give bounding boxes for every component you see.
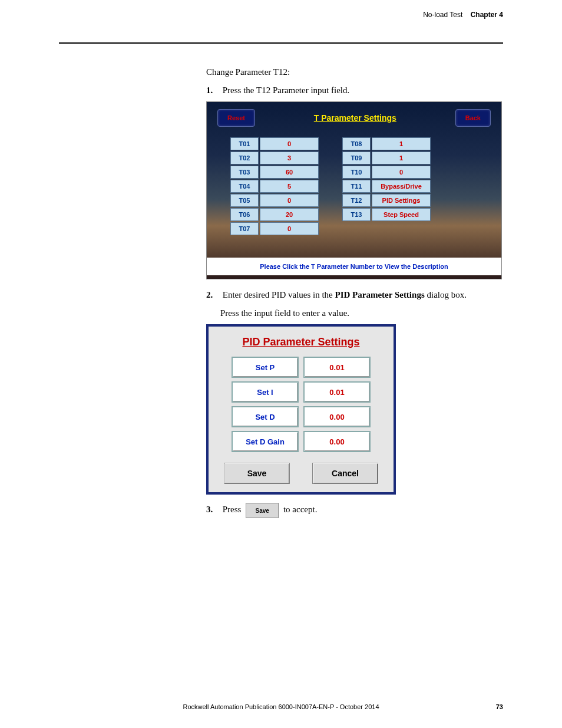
t-row-t01: T01 0 (230, 137, 319, 150)
t-row-t04: T04 5 (230, 180, 319, 193)
pid-cancel-button[interactable]: Cancel (312, 463, 378, 484)
t-row-t11: T11 Bypass/Drive (342, 180, 431, 193)
inline-save-button[interactable]: Save (246, 503, 279, 518)
t11-label[interactable]: T11 (342, 180, 371, 193)
t04-label[interactable]: T04 (230, 180, 259, 193)
pid-row-p: Set P 0.01 (220, 357, 382, 378)
set-dgain-input[interactable]: 0.00 (303, 431, 371, 452)
t-panel-title: T Parameter Settings (314, 113, 396, 123)
t11-input[interactable]: Bypass/Drive (372, 180, 431, 193)
t03-label[interactable]: T03 (230, 166, 259, 179)
t-row-t02: T02 3 (230, 151, 319, 164)
set-i-button[interactable]: Set I (232, 381, 299, 403)
step-2-subtext: Press the input field to enter a value. (220, 308, 503, 318)
t-row-t05: T05 0 (230, 194, 319, 207)
step-3-number: 3. (206, 505, 220, 515)
pid-row-dgain: Set D Gain 0.00 (220, 431, 382, 452)
set-dgain-button[interactable]: Set D Gain (232, 431, 299, 452)
set-d-input[interactable]: 0.00 (303, 406, 371, 427)
pid-row-i: Set I 0.01 (220, 381, 382, 403)
set-p-button[interactable]: Set P (232, 357, 299, 378)
back-button[interactable]: Back (455, 109, 491, 127)
step-2-number: 2. (206, 290, 220, 300)
t-row-t13: T13 Step Speed (342, 208, 431, 221)
t13-input[interactable]: Step Speed (372, 208, 431, 221)
t-row-t06: T06 20 (230, 208, 319, 221)
pid-dialog-title: PID Parameter Settings (220, 336, 382, 348)
step-3-text: Press Save to accept. (223, 505, 318, 514)
t06-label[interactable]: T06 (230, 208, 259, 221)
t04-input[interactable]: 5 (260, 180, 319, 193)
t-row-t08: T08 1 (342, 137, 431, 150)
header-section: No-load Test (423, 11, 462, 19)
t-row-t07: T07 0 (230, 222, 319, 235)
footer-publication: Rockwell Automation Publication 6000-IN0… (59, 703, 503, 710)
t06-input[interactable]: 20 (260, 208, 319, 221)
t-row-t09: T09 1 (342, 151, 431, 164)
t05-input[interactable]: 0 (260, 194, 319, 207)
pid-save-button[interactable]: Save (224, 463, 290, 484)
t08-input[interactable]: 1 (372, 137, 431, 150)
t-panel-hint: Please Click the T Parameter Number to V… (207, 258, 501, 275)
step-3: 3. Press Save to accept. (206, 503, 503, 518)
pid-row-d: Set D 0.00 (220, 406, 382, 427)
t07-input[interactable]: 0 (260, 222, 319, 235)
t02-label[interactable]: T02 (230, 151, 259, 164)
set-i-input[interactable]: 0.01 (303, 381, 371, 403)
t02-input[interactable]: 3 (260, 151, 319, 164)
t-row-t10: T10 0 (342, 166, 431, 179)
t09-label[interactable]: T09 (342, 151, 371, 164)
t10-input[interactable]: 0 (372, 166, 431, 179)
t05-label[interactable]: T05 (230, 194, 259, 207)
t-parameter-panel: Reset T Parameter Settings Back T01 0 T0… (206, 101, 502, 279)
t09-input[interactable]: 1 (372, 151, 431, 164)
step-2: 2. Enter desired PID values in the PID P… (206, 290, 503, 495)
t03-input[interactable]: 60 (260, 166, 319, 179)
step-1: 1. Press the T12 Parameter input field. … (206, 85, 503, 279)
reset-button[interactable]: Reset (217, 109, 255, 127)
step-1-text: Press the T12 Parameter input field. (223, 85, 350, 95)
t01-input[interactable]: 0 (260, 137, 319, 150)
t-row-t03: T03 60 (230, 166, 319, 179)
t12-label[interactable]: T12 (342, 194, 371, 207)
t08-label[interactable]: T08 (342, 137, 371, 150)
t07-label[interactable]: T07 (230, 222, 259, 235)
running-header: No-load Test Chapter 4 (59, 11, 503, 19)
header-chapter: Chapter 4 (471, 11, 503, 19)
t13-label[interactable]: T13 (342, 208, 371, 221)
header-rule (59, 42, 503, 44)
set-d-button[interactable]: Set D (232, 406, 299, 427)
page-footer: Rockwell Automation Publication 6000-IN0… (59, 703, 503, 710)
pid-settings-dialog: PID Parameter Settings Set P 0.01 Set I … (206, 324, 396, 495)
step-1-number: 1. (206, 85, 220, 95)
step-2-text: Enter desired PID values in the PID Para… (223, 290, 467, 299)
set-p-input[interactable]: 0.01 (303, 357, 371, 378)
t01-label[interactable]: T01 (230, 137, 259, 150)
t10-label[interactable]: T10 (342, 166, 371, 179)
t12-input[interactable]: PID Settings (372, 194, 431, 207)
t-row-t12: T12 PID Settings (342, 194, 431, 207)
intro-paragraph: Change Parameter T12: (206, 67, 503, 77)
t-parameter-grid: T01 0 T02 3 T03 60 (230, 137, 431, 235)
